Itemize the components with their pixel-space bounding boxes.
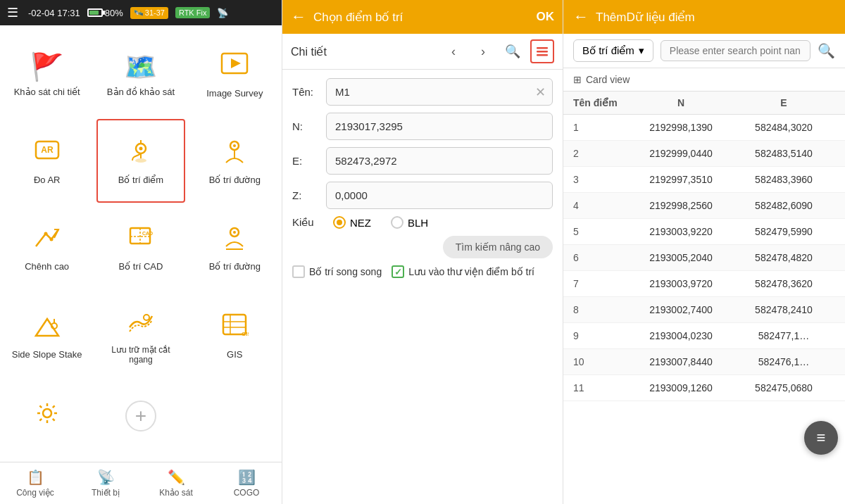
nav-cogo[interactable]: 🔢 COGO: [211, 462, 282, 504]
khao-sat-icon: 🚩: [30, 51, 63, 82]
search-right-button[interactable]: 🔍: [818, 42, 835, 59]
list-view-button[interactable]: [530, 39, 554, 63]
nav-khao-sat-icon: ✏️: [168, 469, 185, 486]
menu-item-gis[interactable]: GIS GIS: [188, 289, 282, 382]
next-button[interactable]: ›: [471, 39, 495, 63]
name-clear-button[interactable]: ✕: [535, 84, 546, 100]
prev-button[interactable]: ‹: [442, 39, 465, 63]
menu-item-do-ar[interactable]: AR Đo AR: [0, 116, 94, 206]
menu-item-khao-sat-chi-tiet[interactable]: 🚩 Khảo sát chi tiết: [0, 32, 94, 116]
table-row[interactable]: 9 2193004,0230 582477,1…: [563, 323, 845, 349]
right-back-arrow[interactable]: ←: [573, 8, 589, 26]
nav-khao-sat[interactable]: ✏️ Khảo sát: [141, 462, 211, 504]
side-slope-label: Side Slope Stake: [12, 349, 82, 360]
z-input[interactable]: [326, 182, 553, 209]
menu-item-bo-tri-cad[interactable]: CAD Bố trí CAD: [94, 206, 187, 289]
ok-button[interactable]: OK: [537, 10, 555, 24]
menu-item-settings[interactable]: [0, 382, 94, 455]
col-header-n: N: [630, 97, 732, 108]
cell-e: 582476,1…: [732, 356, 835, 367]
cell-n: 2193005,2040: [630, 252, 732, 263]
bo-tri-cad-label: Bố trí CAD: [119, 261, 163, 272]
menu-item-bo-tri-diem[interactable]: Bố trí điểm: [96, 119, 184, 203]
menu-item-luu-tru-mat-cat[interactable]: Lưu trữ mặt cắt ngang: [94, 289, 187, 382]
bo-tri-duong-1-label: Bố trí đường: [209, 175, 261, 185]
gis-icon: GIS: [220, 310, 249, 345]
table-row[interactable]: 2 2192999,0440 582483,5140: [563, 141, 845, 167]
table-row[interactable]: 11 2193009,1260 582475,0680: [563, 375, 845, 401]
bottom-nav: 📋 Công việc 📡 Thiết bị ✏️ Khảo sát 🔢 COG…: [0, 462, 282, 504]
cell-id: 10: [573, 356, 630, 367]
hamburger-icon[interactable]: ☰: [7, 5, 18, 20]
table-row[interactable]: 6 2193005,2040 582478,4820: [563, 245, 845, 271]
nav-thiet-bi[interactable]: 📡 Thiết bị: [70, 462, 141, 504]
svg-point-25: [43, 409, 51, 417]
menu-item-add[interactable]: +: [94, 382, 187, 455]
advanced-search-row: Tìm kiếm nâng cao: [292, 236, 553, 258]
rtk-indicator: RTK Fix: [175, 7, 211, 18]
menu-item-side-slope[interactable]: Side Slope Stake: [0, 289, 94, 382]
nav-cong-viec[interactable]: 📋 Công việc: [0, 462, 70, 504]
e-input[interactable]: [326, 147, 553, 175]
cell-id: 3: [573, 174, 630, 185]
cell-e: 582484,3020: [732, 122, 835, 133]
table-row[interactable]: 10 2193007,8440 582476,1…: [563, 349, 845, 375]
luu-tru-label: Lưu trữ mặt cắt ngang: [101, 345, 180, 365]
cell-n: 2192998,2560: [630, 200, 732, 211]
cell-n: 2193002,7400: [630, 304, 732, 315]
bo-tri-duong-2-icon: [220, 222, 249, 257]
z-row: Z:: [292, 182, 553, 209]
form-body: Tên: ✕ N: E: Z:: [282, 70, 563, 504]
name-input[interactable]: [326, 78, 553, 106]
cell-n: 2193009,1260: [630, 382, 732, 393]
cell-n: 2193003,9220: [630, 226, 732, 237]
menu-item-bo-tri-duong-2[interactable]: Bố trí đường: [188, 206, 282, 289]
ban-do-label: Bản đồ khảo sát: [107, 87, 175, 97]
cell-e: 582477,1…: [732, 330, 835, 341]
table-row[interactable]: 7 2193003,9720 582478,3620: [563, 271, 845, 297]
fab-button[interactable]: ≡: [804, 421, 838, 455]
table-row[interactable]: 3 2192997,3510 582483,3960: [563, 167, 845, 193]
radio-nez[interactable]: NEZ: [333, 216, 371, 229]
radio-nez-circle[interactable]: [333, 216, 346, 229]
menu-item-image-survey[interactable]: Image Survey: [188, 32, 282, 116]
search-input-right[interactable]: [661, 40, 810, 61]
table-row[interactable]: 4 2192998,2560 582482,6090: [563, 193, 845, 219]
advanced-search-button[interactable]: Tìm kiếm nâng cao: [443, 236, 553, 258]
nav-thiet-bi-icon: 📡: [97, 469, 115, 486]
table-row[interactable]: 1 2192998,1390 582484,3020: [563, 115, 845, 141]
middle-back-arrow[interactable]: ←: [291, 8, 306, 26]
cell-id: 1: [573, 122, 630, 133]
radio-blh-circle[interactable]: [391, 216, 403, 229]
search-button[interactable]: 🔍: [501, 39, 525, 63]
nav-thiet-bi-label: Thiết bị: [92, 488, 120, 498]
checkbox-parallel-box[interactable]: [292, 265, 305, 278]
dropdown-label: Bố trí điểm: [582, 44, 634, 57]
right-panel: ← ThêmDữ liệu điểm Bố trí điểm ▾ 🔍 ⊞ Car…: [563, 0, 845, 504]
menu-item-ban-do-khao-sat[interactable]: 🗺️ Bản đồ khảo sát: [94, 32, 187, 116]
image-survey-icon: [220, 49, 249, 84]
n-input[interactable]: [326, 113, 553, 140]
card-view-label: Card view: [586, 74, 630, 85]
checkbox-parallel[interactable]: Bố trí song song: [292, 265, 382, 278]
kieu-row: Kiều NEZ BLH: [292, 216, 553, 229]
right-toolbar: Bố trí điểm ▾ 🔍: [563, 34, 845, 68]
bo-tri-cad-icon: CAD: [127, 222, 155, 257]
kieu-label: Kiều: [292, 216, 319, 229]
right-title: ThêmDữ liệu điểm: [596, 10, 835, 25]
cell-n: 2193003,9720: [630, 278, 732, 289]
radio-blh[interactable]: BLH: [391, 216, 428, 229]
checkbox-library-box[interactable]: [392, 265, 404, 278]
table-row[interactable]: 5 2193003,9220 582479,5990: [563, 219, 845, 245]
ban-do-icon: 🗺️: [124, 51, 157, 82]
checkbox-library[interactable]: Lưu vào thư viện điểm bố trí: [392, 265, 534, 278]
middle-header: ← Chọn điểm bố trí OK: [282, 0, 563, 34]
menu-item-chenh-cao[interactable]: Chênh cao: [0, 206, 94, 289]
cell-e: 582482,6090: [732, 200, 835, 211]
e-row: E:: [292, 147, 553, 175]
cell-id: 7: [573, 278, 630, 289]
table-row[interactable]: 8 2193002,7400 582478,2410: [563, 297, 845, 323]
menu-item-bo-tri-duong-1[interactable]: Bố trí đường: [188, 116, 282, 206]
dropdown-button[interactable]: Bố trí điểm ▾: [573, 39, 653, 62]
cell-id: 11: [573, 382, 630, 393]
